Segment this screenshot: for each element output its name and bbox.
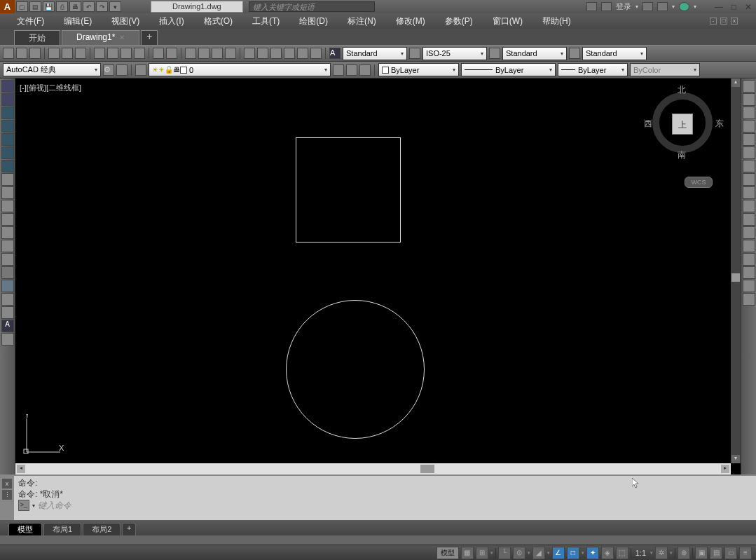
menu-modify[interactable]: 修改(M) (396, 15, 425, 27)
layer-props-icon[interactable] (135, 64, 146, 76)
scale-icon[interactable] (743, 173, 755, 186)
transparency-toggle[interactable]: ◈ (601, 547, 614, 559)
extend-icon[interactable] (743, 213, 755, 226)
revcloud-icon[interactable] (1, 173, 14, 186)
menu-parametric[interactable]: 参数(P) (445, 15, 473, 27)
menu-draw[interactable]: 绘图(D) (299, 15, 328, 27)
a360-icon[interactable] (657, 2, 668, 11)
open-file-icon[interactable] (16, 48, 27, 59)
hatch-icon[interactable] (1, 266, 14, 279)
cmd-close-icon[interactable]: x (2, 479, 12, 489)
toolpalette-icon[interactable] (270, 48, 282, 59)
viewcube-south[interactable]: 南 (678, 149, 686, 161)
minimize-button[interactable]: — (715, 2, 723, 12)
search-icon[interactable] (586, 2, 597, 11)
gradient-icon[interactable] (1, 280, 14, 292)
table-icon[interactable] (1, 306, 14, 319)
view-cube[interactable]: 上 北 南 西 东 (644, 84, 721, 161)
redo-icon[interactable]: ↷ (96, 1, 108, 12)
menu-file[interactable]: 文件(F) (17, 15, 44, 27)
new-icon[interactable]: ▢ (16, 1, 28, 12)
menu-view[interactable]: 视图(V) (111, 15, 139, 27)
tab-close-icon[interactable]: ✕ (119, 34, 125, 41)
exchange-icon[interactable] (642, 2, 653, 11)
props-icon[interactable] (244, 48, 255, 59)
close-button[interactable]: ✕ (745, 2, 752, 12)
cut-icon[interactable] (94, 48, 105, 59)
status-model-label[interactable]: 模型 (437, 547, 459, 559)
arc-icon[interactable] (1, 146, 14, 159)
ellipse-icon[interactable] (1, 200, 14, 212)
lineweight-select[interactable]: ByLayer▾ (558, 63, 628, 76)
redo2-icon[interactable] (166, 48, 177, 59)
layer-prev-icon[interactable] (333, 64, 344, 76)
text-style-select[interactable]: Standard▾ (343, 47, 407, 60)
command-history[interactable]: 命令: 命令: *取消* >_ ▾ 键入命令 (14, 476, 756, 520)
chamfer-icon[interactable] (743, 253, 755, 266)
region-icon[interactable] (1, 293, 14, 306)
viewcube-east[interactable]: 东 (715, 118, 724, 130)
doc-restore-button[interactable]: □ (720, 18, 727, 25)
drawn-rectangle[interactable] (296, 137, 401, 243)
zoom-win-icon[interactable] (225, 48, 236, 59)
textstyle-icon[interactable]: A (329, 48, 341, 59)
isolate-icon[interactable]: ▣ (695, 547, 708, 559)
linetype-select[interactable]: ByLayer▾ (461, 63, 556, 76)
isodraft-toggle[interactable]: ◢ (532, 547, 545, 559)
explode-icon[interactable] (743, 293, 755, 306)
vertical-scrollbar[interactable]: ▴ ▾ (731, 78, 741, 463)
sheetset-icon[interactable] (284, 48, 295, 59)
polygon-icon[interactable] (1, 120, 14, 132)
gear2-icon[interactable]: ✲ (655, 547, 668, 559)
menu-edit[interactable]: 编辑(E) (64, 15, 92, 27)
tab-layout2[interactable]: 布局2 (83, 523, 121, 535)
menu-insert[interactable]: 插入(I) (159, 15, 184, 27)
fillet-icon[interactable] (743, 266, 755, 279)
layer-iso-icon[interactable] (359, 64, 371, 76)
move-icon[interactable] (743, 146, 755, 159)
publish-icon[interactable] (75, 48, 86, 59)
workspace-switch-icon[interactable]: ⊕ (678, 547, 690, 559)
save-file-icon[interactable] (29, 48, 41, 59)
insert-block-icon[interactable] (1, 226, 14, 239)
zoom-ext-icon[interactable] (212, 48, 223, 59)
match-icon[interactable] (134, 48, 145, 59)
hardware-accel-icon[interactable]: ▤ (710, 547, 722, 559)
snap-toggle[interactable]: ⊞ (476, 547, 488, 559)
rotate-icon[interactable] (743, 160, 755, 172)
ellipse-arc-icon[interactable] (1, 213, 14, 226)
new-file-icon[interactable] (3, 48, 14, 59)
cmd-grip-icon[interactable]: ⋮ (2, 490, 12, 500)
designcenter-icon[interactable] (257, 48, 268, 59)
doc-close-button[interactable]: x (731, 18, 738, 25)
horizontal-scrollbar[interactable]: ◂ ▸ (15, 463, 731, 474)
tab-model[interactable]: 模型 (8, 523, 42, 535)
command-handle[interactable]: x ⋮ (0, 476, 14, 520)
grid-toggle[interactable]: ▦ (461, 547, 474, 559)
erase-icon[interactable] (743, 80, 755, 93)
clean-screen-icon[interactable]: ▭ (724, 547, 737, 559)
login-link[interactable]: 登录 (616, 1, 631, 12)
save-icon[interactable]: 💾 (43, 1, 55, 12)
layer-select[interactable]: ☀☀🔓🖶0 ▾ (149, 63, 331, 76)
viewport-label[interactable]: [-][俯视][二维线框] (20, 83, 81, 93)
spline-icon[interactable] (1, 186, 14, 199)
tab-layout1[interactable]: 布局1 (43, 523, 81, 535)
menu-help[interactable]: 帮助(H) (542, 15, 571, 27)
mirror-icon[interactable] (743, 107, 755, 119)
quickcalc-icon[interactable] (310, 48, 322, 59)
hscroll-thumb[interactable] (420, 465, 434, 473)
workspace-select[interactable]: AutoCAD 经典▾ (3, 63, 101, 76)
ortho-toggle[interactable]: └ (498, 547, 511, 559)
tab-drawing1[interactable]: Drawing1*✕ (62, 30, 139, 45)
polar-toggle[interactable]: ⊙ (513, 547, 525, 559)
copy-obj-icon[interactable] (743, 93, 755, 106)
tablestyle-icon[interactable] (489, 48, 500, 59)
tab-start[interactable]: 开始 (14, 30, 60, 45)
command-input[interactable]: 键入命令 (38, 500, 71, 512)
help-icon[interactable] (679, 2, 689, 11)
markupset-icon[interactable] (297, 48, 308, 59)
scroll-up-icon[interactable]: ▴ (731, 78, 740, 87)
preview-icon[interactable] (62, 48, 73, 59)
blend-icon[interactable] (743, 280, 755, 292)
